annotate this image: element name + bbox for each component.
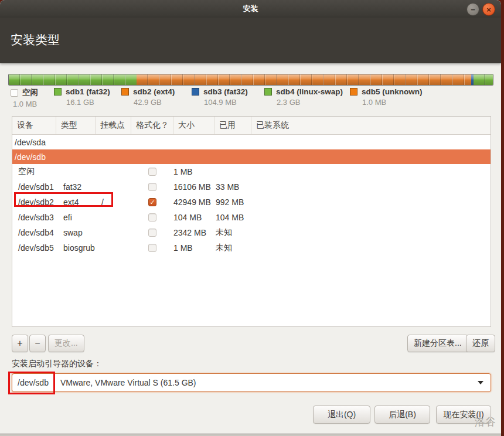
close-icon: × <box>486 6 491 13</box>
cell-device: 空闲 <box>12 166 56 177</box>
legend-item-sdb5: sdb5 (unknown) 1.0 MB <box>350 87 423 107</box>
legend-item-sdb3: sdb3 (fat32) 104.9 MB <box>192 87 248 107</box>
column-header-mountpoint[interactable]: 挂载点 <box>96 117 131 134</box>
legend-size: 104.9 MB <box>204 98 248 107</box>
bootloader-device-select[interactable]: /dev/sdb VMware, VMware Virtual S (61.5 … <box>12 373 491 392</box>
format-checkbox[interactable] <box>148 244 156 252</box>
column-header-size[interactable]: 大小 <box>173 117 214 134</box>
legend-item-sdb1: sdb1 (fat32) 16.1 GB <box>54 87 110 107</box>
cell-device: /dev/sdb4 <box>12 228 56 237</box>
legend-size: 16.1 GB <box>66 98 110 107</box>
legend-label: sdb3 (fat32) <box>203 87 248 96</box>
legend-chip-sdb5 <box>350 88 357 96</box>
table-row-sdb[interactable]: /dev/sdb <box>12 149 491 164</box>
format-checkbox[interactable] <box>148 183 156 191</box>
table-row-sdb3[interactable]: /dev/sdb3 efi 104 MB 104 MB <box>12 210 491 225</box>
table-row-sdb5[interactable]: /dev/sdb5 biosgrub 1 MB 未知 <box>12 240 491 256</box>
column-header-device[interactable]: 设备 <box>12 117 56 134</box>
legend-size: 1.0 MB <box>13 100 38 108</box>
legend-label: sdb2 (ext4) <box>133 87 175 96</box>
revert-button[interactable]: 还原 <box>466 335 495 352</box>
format-checkbox[interactable] <box>148 168 156 176</box>
cell-used: 33 MB <box>214 182 251 192</box>
cell-used: 未知 <box>214 243 251 253</box>
remove-partition-button[interactable]: − <box>29 335 46 352</box>
installer-window: 安装 − × 安装类型 空闲 1.0 MB sdb1 (fat32) 16.1 … <box>0 0 501 434</box>
legend-item-sdb4: sdb4 (linux-swap) 2.3 GB <box>264 87 343 107</box>
cell-size: 104 MB <box>173 213 214 222</box>
column-header-type[interactable]: 类型 <box>56 117 96 134</box>
page-header: 安装类型 <box>0 18 501 63</box>
cell-device: /dev/sdb5 <box>12 243 56 253</box>
legend-label: sdb1 (fat32) <box>66 87 110 96</box>
table-row-sdb2[interactable]: /dev/sdb2 ext4 / 42949 MB 992 MB <box>12 195 491 210</box>
format-checkbox[interactable] <box>148 198 156 206</box>
cell-type: swap <box>56 228 96 237</box>
legend-chip-sdb1 <box>54 88 62 96</box>
partition-table: 设备 类型 挂载点 格式化？ 大小 已用 已装系统 /dev/sda /dev/… <box>12 116 491 327</box>
legend-chip-sdb3 <box>192 88 199 96</box>
legend-chip-sdb4 <box>264 88 272 96</box>
cell-type: biosgrub <box>56 243 96 253</box>
bootloader-label: 安装启动引导器的设备： <box>12 359 102 369</box>
table-row-sdb4[interactable]: /dev/sdb4 swap 2342 MB 未知 <box>12 225 491 240</box>
column-header-system[interactable]: 已装系统 <box>251 117 491 134</box>
cell-device: /dev/sdb1 <box>12 182 56 192</box>
cell-type: efi <box>56 213 96 222</box>
legend-item-free: 空闲 1.0 MB <box>11 87 38 108</box>
add-partition-button[interactable]: + <box>12 335 28 352</box>
cell-size: 2342 MB <box>173 228 214 237</box>
cell-size: 1 MB <box>173 167 214 176</box>
cell-used: 104 MB <box>214 213 251 222</box>
format-checkbox[interactable] <box>148 229 156 237</box>
change-partition-button[interactable]: 更改... <box>48 335 84 352</box>
cell-device: /dev/sdb <box>12 152 491 162</box>
cell-device: /dev/sda <box>12 138 491 147</box>
column-header-format[interactable]: 格式化？ <box>131 117 173 134</box>
bootloader-device-description: VMware, VMware Virtual S (61.5 GB) <box>55 378 478 387</box>
watermark-text: 洛谷 <box>475 415 496 429</box>
bootloader-device-value: /dev/sdb <box>12 378 54 387</box>
table-row-sdb1[interactable]: /dev/sdb1 fat32 16106 MB 33 MB <box>12 179 491 195</box>
quit-button[interactable]: 退出(Q) <box>313 406 370 424</box>
format-checkbox[interactable] <box>148 213 156 222</box>
table-row-free[interactable]: 空闲 1 MB <box>12 164 491 179</box>
cell-type: ext4 <box>56 197 96 207</box>
minimize-icon: − <box>471 6 475 13</box>
cell-mountpoint: / <box>96 197 131 207</box>
legend-chip-free <box>11 89 18 97</box>
cell-size: 1 MB <box>173 243 214 253</box>
page-title: 安装类型 <box>11 32 60 48</box>
legend-size: 42.9 GB <box>134 98 175 107</box>
new-partition-table-button[interactable]: 新建分区表... <box>407 335 468 352</box>
legend-label: sdb5 (unknown) <box>362 87 423 96</box>
desktop-background-strip <box>501 0 504 436</box>
legend-size: 2.3 GB <box>277 98 343 107</box>
window-title: 安装 <box>243 4 258 14</box>
cell-used: 992 MB <box>214 197 251 207</box>
cell-device: /dev/sdb3 <box>12 213 56 222</box>
cell-type: fat32 <box>56 182 96 192</box>
legend-chip-sdb2 <box>121 88 129 96</box>
close-button[interactable]: × <box>482 3 495 16</box>
disk-usage-bar <box>8 74 493 86</box>
cell-device: /dev/sdb2 <box>12 197 56 207</box>
column-header-used[interactable]: 已用 <box>214 117 251 134</box>
back-button[interactable]: 后退(B) <box>374 406 430 424</box>
chevron-down-icon <box>478 381 483 384</box>
disk-segment-sdb4 <box>474 74 493 85</box>
legend-label: 空闲 <box>22 87 38 98</box>
cell-size: 42949 MB <box>173 197 214 207</box>
table-row-sda[interactable]: /dev/sda <box>12 135 491 149</box>
legend-label: sdb4 (linux-swap) <box>276 87 343 96</box>
disk-segment-sdb1 <box>9 74 137 85</box>
cell-size: 16106 MB <box>173 182 214 192</box>
legend-item-sdb2: sdb2 (ext4) 42.9 GB <box>121 87 175 107</box>
minimize-button[interactable]: − <box>466 3 479 16</box>
legend-size: 1.0 MB <box>362 98 423 107</box>
table-header-row: 设备 类型 挂载点 格式化？ 大小 已用 已装系统 <box>12 117 491 135</box>
disk-segment-sdb2 <box>137 74 471 85</box>
window-bottom-edge <box>0 434 501 436</box>
titlebar: 安装 − × <box>0 0 501 18</box>
cell-used: 未知 <box>214 227 251 238</box>
